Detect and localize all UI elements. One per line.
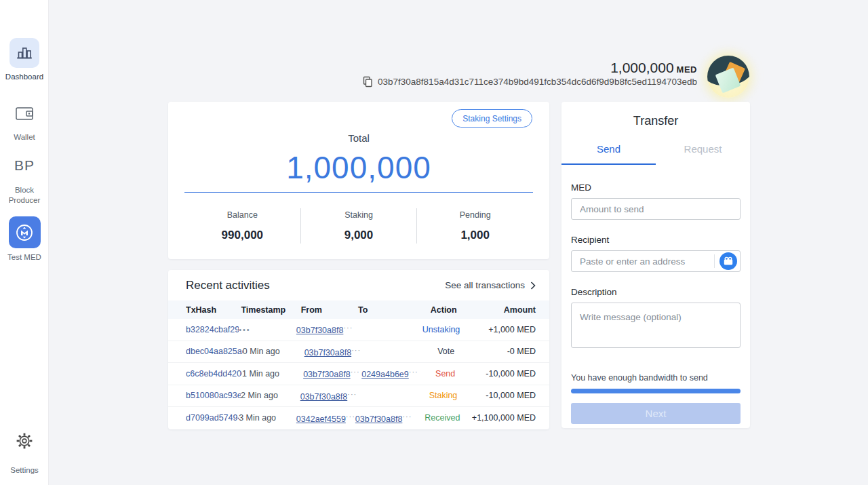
from-address-link[interactable]: 03b7f30a8f8 <box>300 392 348 402</box>
avatar[interactable] <box>707 56 749 98</box>
transfer-title: Transfer <box>561 114 750 128</box>
account-balance-amount: 1,000,000 <box>610 60 673 75</box>
address-book-icon[interactable] <box>719 252 737 270</box>
table-row: dbec04aa825ae5 0 Min ago 03b7f30a8f8··· … <box>168 341 549 364</box>
dashboard-screen: Dashboard Wallet BP Block Producer <box>0 0 868 485</box>
bp-text-icon: BP <box>14 157 35 173</box>
activities-header: Recent activities See all transactions <box>168 270 549 300</box>
transfer-card: Transfer Send Request MED Recipient <box>561 102 750 428</box>
gear-icon <box>9 426 39 456</box>
from-address-link[interactable]: 03b7f30a8f8 <box>304 348 352 357</box>
stat-staking-label: Staking <box>301 210 417 220</box>
col-header-amount: Amount <box>457 305 536 315</box>
account-balance: 1,000,000MED <box>610 60 697 76</box>
stat-pending-label: Pending <box>417 210 533 220</box>
copy-icon[interactable] <box>362 76 373 88</box>
recipient-label: Recipient <box>571 235 741 245</box>
address-ellipsis: ··· <box>343 324 353 332</box>
bandwidth-message: You have enough bandwidth to send <box>571 373 741 383</box>
recipient-field <box>571 245 741 272</box>
total-value: 1,000,000 <box>168 149 549 186</box>
txhash-link[interactable]: b32824cbaf29f85 <box>186 325 239 334</box>
tab-send[interactable]: Send <box>561 136 656 165</box>
stat-staking-value: 9,000 <box>301 229 417 242</box>
action-label: Received <box>425 413 460 423</box>
col-header-to: To <box>358 305 431 315</box>
description-textarea[interactable] <box>571 303 741 348</box>
transfer-body: MED Recipient Description You have enoug… <box>561 182 750 424</box>
sidebar-label-wallet: Wallet <box>0 132 49 142</box>
from-address-link[interactable]: 03b7f30a8f8 <box>303 370 351 379</box>
chevron-right-icon <box>530 282 536 290</box>
sidebar-label-dashboard: Dashboard <box>0 72 49 82</box>
action-label: Unstaking <box>422 325 460 334</box>
to-address-link[interactable]: 0249a4b6e9 <box>361 370 409 379</box>
col-header-txhash: TxHash <box>186 305 241 315</box>
action-label: Vote <box>437 347 454 356</box>
activities-title: Recent activities <box>186 279 270 292</box>
txhash-link[interactable]: dbec04aa825ae5 <box>186 347 243 356</box>
col-header-action: Action <box>431 305 457 315</box>
timestamp-pending-dots: ••• <box>239 326 251 334</box>
sidebar-item-dashboard[interactable]: Dashboard <box>0 38 49 82</box>
stat-balance-value: 990,000 <box>184 229 300 242</box>
description-label: Description <box>571 287 741 297</box>
col-header-timestamp: Timestamp <box>241 305 300 315</box>
action-label: Send <box>435 369 455 379</box>
to-address-link[interactable]: 03b7f30a8f8 <box>355 414 403 424</box>
total-divider <box>184 192 533 193</box>
amount-value: -10,000 MED <box>455 369 536 379</box>
txhash-link[interactable]: c6c8eb4dd42003 <box>186 369 242 379</box>
txhash-link[interactable]: b510080ac93e74 <box>186 391 241 400</box>
table-row: c6c8eb4dd42003 1 Min ago 03b7f30a8f8··· … <box>168 363 549 385</box>
timestamp: 0 Min ago <box>243 347 280 356</box>
sidebar-label-settings: Settings <box>0 465 49 476</box>
recipient-input[interactable] <box>571 250 741 272</box>
from-address-link[interactable]: 03b7f30a8f8 <box>296 326 344 335</box>
account-balance-unit: MED <box>677 64 697 75</box>
txhash-link[interactable]: d7099ad57494f0 <box>186 413 239 423</box>
timestamp: 1 Min ago <box>242 369 279 379</box>
stat-balance: Balance 990,000 <box>184 210 300 242</box>
sidebar-label-block-producer: Block Producer <box>0 185 49 206</box>
table-header: TxHash Timestamp From To Action Amount <box>168 300 549 319</box>
see-all-transactions-link[interactable]: See all transactions <box>445 280 536 290</box>
transfer-tabs: Send Request <box>561 136 750 165</box>
timestamp: 3 Min ago <box>239 413 276 423</box>
timestamp: 2 Min ago <box>241 391 278 400</box>
sidebar-item-settings[interactable]: Settings <box>0 426 49 476</box>
sidebar-item-block-producer[interactable]: BP Block Producer <box>0 157 49 206</box>
medibloc-logo-icon <box>9 216 41 248</box>
action-label: Staking <box>429 391 458 400</box>
stat-pending-value: 1,000 <box>417 229 533 242</box>
stat-balance-label: Balance <box>184 210 300 220</box>
see-all-label: See all transactions <box>445 280 525 290</box>
from-address-link[interactable]: 0342aef4559 <box>296 414 346 424</box>
amount-value: +1,000 MED <box>460 325 536 334</box>
amount-value: -0 MED <box>454 347 536 356</box>
next-button[interactable]: Next <box>571 403 741 424</box>
recent-activities-card: Recent activities See all transactions T… <box>168 270 549 429</box>
bandwidth-progress-bar <box>571 389 741 393</box>
total-label: Total <box>168 132 549 144</box>
amount-label: MED <box>571 182 741 193</box>
amount-value: -10,000 MED <box>457 391 536 400</box>
staking-settings-button[interactable]: Staking Settings <box>452 109 532 128</box>
tab-request[interactable]: Request <box>656 136 750 165</box>
stats-row: Balance 990,000 Staking 9,000 Pending 1,… <box>184 205 533 247</box>
amount-input[interactable] <box>571 198 741 220</box>
sidebar-item-wallet[interactable]: Wallet <box>0 98 49 142</box>
account-address: 03b7f30a8f815a4d31c711ce374b9bd491fcb354… <box>378 77 697 87</box>
bar-chart-icon <box>9 38 39 68</box>
col-header-from: From <box>301 305 358 315</box>
total-card: Staking Settings Total 1,000,000 Balance… <box>168 102 549 259</box>
stat-pending: Pending 1,000 <box>417 210 533 242</box>
amount-value: +1,100,000 MED <box>460 413 536 423</box>
table-row: b510080ac93e74 2 Min ago 03b7f30a8f8··· … <box>168 385 549 408</box>
account-address-row: 03b7f30a8f815a4d31c711ce374b9bd491fcb354… <box>362 76 697 88</box>
input-divider <box>714 254 715 268</box>
table-row: b32824cbaf29f85 ••• 03b7f30a8f8··· Unsta… <box>168 319 549 341</box>
sidebar: Dashboard Wallet BP Block Producer <box>0 0 49 485</box>
sidebar-item-test-med[interactable]: Test MED <box>0 216 49 263</box>
stat-staking: Staking 9,000 <box>301 210 417 242</box>
